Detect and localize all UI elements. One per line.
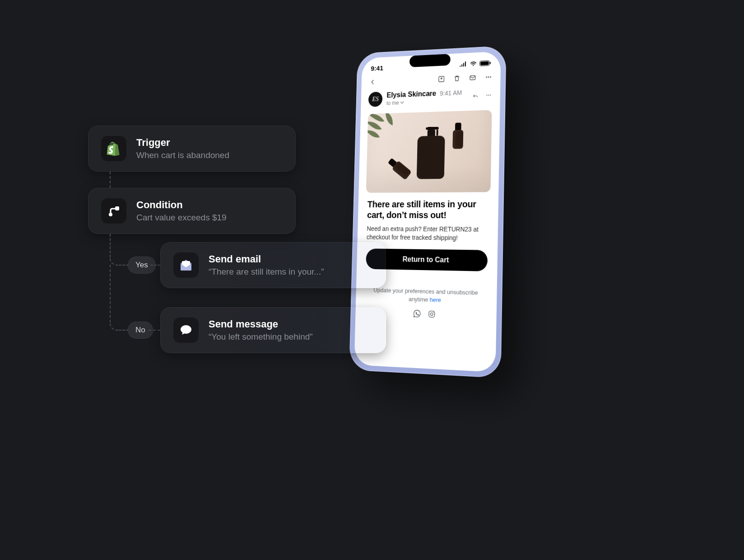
more-icon[interactable] <box>484 73 493 81</box>
svg-point-8 <box>486 95 487 96</box>
card-subtitle: “You left something behind” <box>209 332 313 342</box>
whatsapp-icon[interactable] <box>413 309 421 318</box>
svg-point-13 <box>433 312 434 313</box>
email-headline: There are still items in your cart, don’… <box>367 199 488 221</box>
svg-rect-1 <box>480 61 489 65</box>
card-title: Condition <box>136 199 227 211</box>
chevron-down-icon[interactable] <box>400 100 405 104</box>
svg-point-14 <box>109 213 112 216</box>
sender-time: 9:41 AM <box>440 89 462 97</box>
card-title: Trigger <box>136 137 229 149</box>
avatar: ES <box>368 92 383 107</box>
svg-point-7 <box>490 76 491 77</box>
email-hero-image <box>366 110 492 192</box>
battery-icon <box>479 60 491 66</box>
card-subtitle: Cart value exceeds $19 <box>136 213 227 223</box>
product-bottle-small <box>452 122 463 149</box>
wifi-icon <box>470 61 477 67</box>
condition-card[interactable]: Condition Cart value exceeds $19 <box>88 188 296 234</box>
card-title: Send message <box>209 318 313 330</box>
sender-to: to me <box>386 100 399 107</box>
sender-name: Elysia Skincare <box>386 89 436 99</box>
svg-rect-15 <box>115 206 119 210</box>
shopify-icon <box>101 136 126 161</box>
unsubscribe-link[interactable]: here <box>430 296 441 303</box>
svg-point-5 <box>486 77 487 78</box>
svg-point-10 <box>490 95 491 96</box>
product-bottle-small <box>386 156 412 180</box>
card-subtitle: When cart is abandoned <box>136 150 229 160</box>
chat-icon <box>173 317 199 343</box>
mail-icon[interactable] <box>469 74 477 82</box>
instagram-icon[interactable] <box>428 309 437 319</box>
more-icon[interactable] <box>485 91 492 99</box>
product-bottle-large <box>417 125 445 179</box>
signal-icon <box>459 61 467 67</box>
send-message-card[interactable]: Send message “You left something behind” <box>160 307 386 353</box>
card-title: Send email <box>209 253 324 265</box>
svg-point-6 <box>488 76 489 77</box>
phone-time: 9:41 <box>371 64 383 72</box>
trigger-card[interactable]: Trigger When cart is abandoned <box>88 126 296 172</box>
svg-rect-11 <box>429 311 435 317</box>
branch-icon <box>101 198 126 224</box>
svg-point-12 <box>430 313 433 316</box>
email-icon <box>173 252 199 278</box>
card-subtitle: “There are still items in your...” <box>209 267 324 277</box>
reply-icon[interactable] <box>472 92 479 99</box>
email-body: Need an extra push? Enter RETURN23 at ch… <box>367 224 488 243</box>
archive-icon[interactable] <box>437 75 445 83</box>
back-icon[interactable] <box>369 78 377 86</box>
trash-icon[interactable] <box>453 74 461 83</box>
send-email-card[interactable]: Send email “There are still items in you… <box>160 242 386 288</box>
leaf-decoration <box>366 111 404 147</box>
svg-rect-2 <box>490 62 491 64</box>
svg-point-9 <box>488 95 489 96</box>
